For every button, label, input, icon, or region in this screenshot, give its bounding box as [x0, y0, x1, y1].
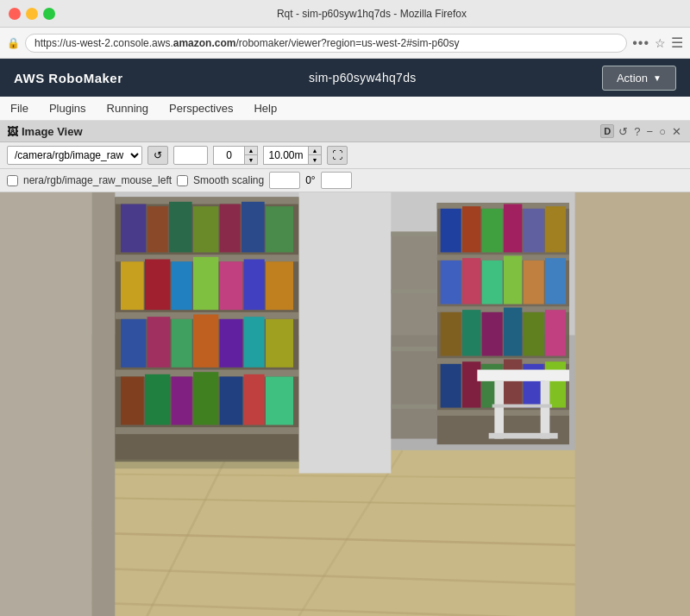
panel-restore-button[interactable]: ○	[657, 125, 668, 138]
svg-rect-48	[299, 192, 392, 474]
zoom-spinbox-arrows[interactable]: ▲ ▼	[244, 146, 258, 165]
action-button[interactable]: Action ▼	[602, 66, 676, 91]
panel-close-button[interactable]: ✕	[670, 125, 683, 138]
svg-rect-26	[266, 206, 293, 252]
svg-rect-36	[172, 319, 192, 368]
color-swatch-input[interactable]	[269, 172, 300, 189]
svg-rect-29	[172, 261, 192, 310]
svg-rect-75	[462, 361, 480, 407]
svg-rect-58	[482, 209, 503, 253]
svg-rect-31	[220, 261, 243, 310]
svg-rect-85	[477, 370, 569, 381]
zoom-spinbox[interactable]: 0 ▲ ▼	[213, 146, 258, 165]
svg-rect-93	[0, 192, 115, 616]
panel-refresh-icon[interactable]: ↺	[617, 125, 630, 138]
chevron-down-icon: ▼	[653, 73, 662, 83]
svg-rect-23	[193, 206, 218, 252]
url-bar[interactable]: https://us-west-2.console.aws.amazon.com…	[25, 34, 627, 53]
distance-value: 10.00m	[263, 146, 308, 165]
svg-rect-68	[441, 312, 461, 356]
svg-rect-87	[541, 381, 550, 439]
svg-rect-39	[244, 317, 265, 368]
svg-rect-74	[441, 364, 461, 408]
smooth-scaling-checkbox[interactable]	[177, 175, 188, 186]
svg-rect-40	[266, 319, 293, 368]
browser-title: Rqt - sim-p60syw1hq7ds - Mozilla Firefox	[62, 8, 681, 20]
mouse-left-checkbox[interactable]	[7, 175, 18, 186]
distance-down-button[interactable]: ▼	[309, 155, 321, 164]
svg-rect-71	[504, 308, 522, 356]
svg-rect-64	[482, 261, 503, 305]
url-prefix: https://us-west-2.console.aws.	[34, 37, 173, 49]
svg-rect-32	[244, 260, 265, 311]
svg-rect-21	[147, 206, 168, 252]
menu-file[interactable]: File	[7, 100, 32, 116]
browser-minimize-button[interactable]	[26, 8, 38, 20]
bookmark-icon[interactable]: ☆	[655, 36, 666, 50]
menu-running[interactable]: Running	[104, 100, 152, 116]
distance-spinbox[interactable]: 10.00m ▲ ▼	[263, 146, 322, 165]
svg-rect-63	[462, 258, 480, 304]
browser-menu-icon[interactable]: ☰	[671, 35, 683, 51]
camera-topic-select[interactable]: /camera/rgb/image_raw	[7, 146, 142, 165]
svg-rect-41	[121, 377, 144, 425]
svg-rect-30	[193, 257, 218, 310]
svg-rect-82	[391, 289, 436, 293]
svg-rect-67	[545, 258, 566, 304]
sync-icon: ⛶	[332, 149, 342, 161]
sync-button[interactable]: ⛶	[327, 146, 348, 165]
panel-controls: D ↺ ? − ○ ✕	[600, 124, 683, 138]
svg-rect-27	[121, 261, 144, 310]
menu-perspectives[interactable]: Perspectives	[166, 100, 236, 116]
browser-window-controls	[9, 8, 55, 20]
panel-help-icon[interactable]: ?	[632, 125, 642, 138]
svg-rect-25	[242, 202, 265, 253]
svg-rect-42	[145, 374, 170, 425]
svg-rect-28	[145, 260, 170, 311]
svg-rect-56	[441, 209, 461, 253]
svg-rect-92	[115, 460, 298, 469]
panel-title: 🖼 Image View	[7, 125, 83, 138]
panel-minimize-button[interactable]: −	[645, 125, 656, 138]
svg-rect-70	[482, 312, 503, 356]
svg-rect-69	[462, 310, 480, 355]
svg-rect-57	[462, 206, 480, 252]
zoom-down-button[interactable]: ▼	[245, 155, 257, 164]
svg-rect-83	[391, 347, 436, 351]
app-container: AWS RoboMaker sim-p60syw4hq7ds Action ▼ …	[0, 59, 690, 616]
url-domain: amazon.com	[173, 37, 236, 49]
url-suffix: /robomaker/viewer?region=us-west-2#sim-p…	[235, 37, 459, 49]
zoom-up-button[interactable]: ▲	[245, 147, 257, 155]
svg-rect-84	[391, 405, 436, 409]
browser-more-button[interactable]: •••	[632, 35, 649, 51]
svg-rect-45	[220, 377, 243, 425]
panel-d-button[interactable]: D	[600, 124, 614, 138]
menu-plugins[interactable]: Plugins	[46, 100, 90, 116]
browser-maximize-button[interactable]	[43, 8, 55, 20]
image-viewport	[0, 192, 690, 616]
svg-rect-34	[121, 319, 146, 368]
browser-close-button[interactable]	[9, 8, 21, 20]
svg-rect-22	[169, 202, 192, 253]
distance-up-button[interactable]: ▲	[309, 147, 321, 155]
ssl-lock-icon: 🔒	[7, 37, 20, 49]
svg-rect-24	[220, 204, 241, 253]
zoom-value: 0	[213, 146, 244, 165]
menu-bar: File Plugins Running Perspectives Help	[0, 97, 690, 121]
svg-rect-19	[115, 427, 298, 434]
panel-header: 🖼 Image View D ↺ ? − ○ ✕	[0, 121, 690, 142]
aws-header: AWS RoboMaker sim-p60syw4hq7ds Action ▼	[0, 59, 690, 97]
options-row: nera/rgb/image_raw_mouse_left Smooth sca…	[0, 169, 690, 192]
panel-title-text: Image View	[22, 125, 83, 138]
angle-input[interactable]	[321, 172, 352, 189]
svg-rect-81	[391, 232, 436, 236]
smooth-scaling-label: Smooth scaling	[193, 174, 264, 186]
distance-spinbox-arrows[interactable]: ▲ ▼	[308, 146, 322, 165]
refresh-button[interactable]: ↺	[147, 146, 168, 165]
color-input[interactable]	[173, 146, 208, 165]
svg-rect-44	[193, 372, 218, 424]
mouse-left-label: nera/rgb/image_raw_mouse_left	[23, 174, 172, 186]
menu-help[interactable]: Help	[250, 100, 280, 116]
refresh-icon: ↺	[154, 149, 162, 161]
svg-rect-77	[504, 360, 522, 408]
